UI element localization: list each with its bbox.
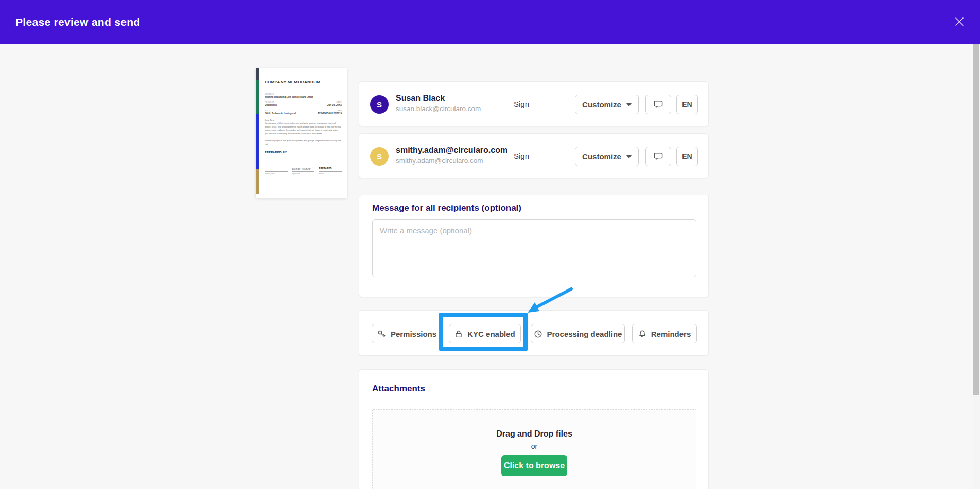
avatar: S — [370, 147, 389, 166]
permissions-button[interactable]: Permissions — [372, 324, 442, 343]
doc-body-2: Individual projects are quite acceptable… — [265, 139, 342, 146]
recipient-role: Sign — [514, 134, 529, 178]
scrollbar-track — [973, 44, 980, 489]
chat-bubble-icon — [653, 151, 663, 161]
customize-button[interactable]: Customize — [575, 95, 639, 114]
doc-sign-signature: Signature — [292, 171, 315, 175]
message-heading: Message for all recipients (optional) — [372, 203, 521, 213]
attachments-heading: Attachments — [372, 384, 425, 394]
file-dropzone[interactable]: Drag and Drop files or Click to browse — [372, 409, 696, 489]
doc-sign-name-title: Name_Title — [265, 171, 288, 175]
attachments-section: Attachments Drag and Drop files or Click… — [359, 369, 709, 489]
message-recipient-button[interactable] — [645, 147, 671, 166]
doc-title: COMPANY MEMORANDUM — [265, 80, 342, 84]
recipient-card-2: S smithy.adam@circularo.com smithy.adam@… — [359, 133, 709, 178]
page-title: Please review and send — [15, 16, 140, 28]
doc-ref: FX/MEMO/00126/2019 — [318, 112, 342, 115]
document-color-stripes — [256, 68, 259, 198]
doc-date-label: DATE — [327, 101, 342, 103]
recipient-email: smithy.adam@circularo.com — [396, 157, 507, 165]
doc-signature-script: Dents Weber — [292, 167, 315, 171]
recipient-email: susan.black@circularo.com — [396, 105, 481, 113]
recipient-role: Sign — [514, 82, 529, 126]
dropzone-or-label: or — [531, 442, 537, 450]
language-button[interactable]: EN — [676, 95, 698, 114]
avatar: S — [370, 95, 389, 114]
doc-sign-status: Status — [319, 171, 342, 175]
doc-prepared-label: PREPARED: — [319, 167, 342, 171]
chat-bubble-icon — [653, 99, 663, 110]
recipient-name: smithy.adam@circularo.com — [396, 146, 507, 155]
message-input[interactable] — [372, 219, 696, 277]
doc-body-1: the purpose of this memo is for you and … — [265, 122, 342, 135]
doc-subject: Meeting Regarding Low Temperature Effect — [265, 96, 342, 98]
chevron-down-icon — [626, 155, 632, 158]
doc-to-label: TO — [265, 110, 296, 112]
doc-ref-label: REF — [318, 110, 342, 112]
clock-icon — [534, 330, 542, 338]
message-section: Message for all recipients (optional) — [359, 195, 709, 297]
close-button[interactable] — [952, 14, 967, 29]
language-button[interactable]: EN — [676, 147, 698, 166]
lock-icon — [454, 330, 463, 338]
scrollbar-thumb[interactable] — [973, 44, 979, 395]
processing-deadline-button[interactable]: Processing deadline — [531, 324, 625, 343]
kyc-enabled-button[interactable]: KYC enabled — [449, 324, 521, 343]
close-icon — [955, 17, 964, 26]
recipient-card-1: S Susan Black susan.black@circularo.com … — [359, 81, 709, 126]
document-preview-thumbnail[interactable]: COMPANY MEMORANDUM SUBJECT Meeting Regar… — [256, 68, 347, 198]
chevron-down-icon — [626, 103, 632, 106]
click-to-browse-button[interactable]: Click to browse — [501, 455, 567, 476]
doc-project: Operations — [265, 104, 277, 106]
bell-icon — [638, 330, 646, 338]
customize-button[interactable]: Customize — [575, 147, 639, 166]
doc-project-label: PROJECT — [265, 101, 277, 103]
recipient-name: Susan Black — [396, 94, 481, 103]
doc-to: 5401 / Judson A. Lovingood — [265, 112, 296, 115]
dropzone-title: Drag and Drop files — [496, 429, 572, 439]
doc-subject-label: SUBJECT — [265, 93, 342, 95]
reminders-button[interactable]: Reminders — [632, 324, 697, 343]
options-section: Permissions KYC enabled Processing deadl… — [359, 310, 709, 356]
modal-header: Please review and send — [0, 0, 980, 44]
message-recipient-button[interactable] — [645, 95, 671, 114]
key-icon — [377, 330, 386, 338]
doc-date: Jun 06, 20XX — [327, 104, 342, 106]
doc-prepared-by: PREPARED BY: — [265, 151, 342, 154]
